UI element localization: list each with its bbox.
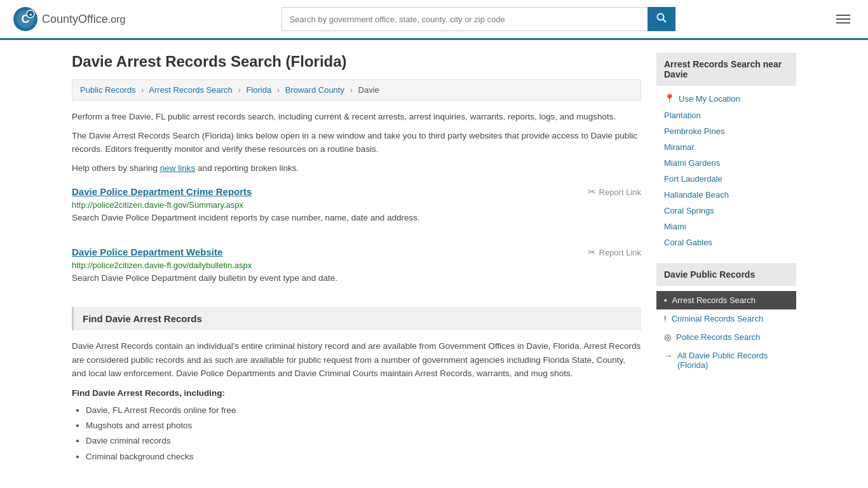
intro-paragraph-3: Help others by sharing new links and rep…	[72, 162, 641, 175]
all-records-arrow: →	[664, 351, 672, 360]
use-my-location[interactable]: 📍 Use My Location	[656, 90, 796, 107]
sidebar-city-coral-springs[interactable]: Coral Springs	[656, 203, 796, 219]
resource-item-1: Davie Police Department Crime Reports ✂ …	[72, 186, 641, 229]
find-records-heading: Find Davie Arrest Records	[72, 307, 641, 330]
all-records-link[interactable]: → All Davie Public Records (Florida)	[656, 346, 796, 374]
report-icon-2: ✂	[588, 247, 596, 258]
search-button[interactable]	[648, 7, 675, 31]
resource-url-1[interactable]: http://police2citizen.davie-fl.gov/Summa…	[72, 200, 641, 210]
body-text: Davie Arrest Records contain an individu…	[72, 339, 641, 381]
sidebar-city-plantation[interactable]: Plantation	[656, 107, 796, 123]
resource-item-2: Davie Police Department Website ✂ Report…	[72, 247, 641, 289]
sidebar-city-coral-gables[interactable]: Coral Gables	[656, 234, 796, 250]
sidebar-city-hallandale-beach[interactable]: Hallandale Beach	[656, 187, 796, 203]
sidebar-public-records-title: Davie Public Records	[656, 263, 796, 286]
logo-text: CountyOffice.org	[42, 13, 125, 26]
new-links-link[interactable]: new links	[160, 163, 196, 173]
arrest-records-icon: ▪	[664, 295, 667, 305]
logo-icon: C ✦	[13, 6, 38, 32]
logo[interactable]: C ✦ CountyOffice.org	[13, 6, 125, 32]
breadcrumb-arrest-records-search[interactable]: Arrest Records Search	[149, 85, 233, 95]
page-title: Davie Arrest Records Search (Florida)	[72, 53, 641, 71]
criminal-records-icon: !	[664, 314, 667, 323]
search-input[interactable]	[281, 7, 648, 31]
intro-paragraph-2: The Davie Arrest Records Search (Florida…	[72, 130, 641, 156]
arrest-records-link[interactable]: Arrest Records Search	[672, 295, 756, 305]
svg-line-6	[663, 20, 666, 23]
breadcrumb-broward-county[interactable]: Broward County	[285, 85, 344, 95]
intro-paragraph-1: Perform a free Davie, FL public arrest r…	[72, 111, 641, 123]
breadcrumb-davie: Davie	[358, 85, 379, 95]
site-header: C ✦ CountyOffice.org	[0, 0, 868, 40]
police-records-link[interactable]: Police Records Search	[676, 332, 760, 342]
find-heading: Find Davie Arrest Records, including:	[72, 388, 641, 398]
list-item: Davie, FL Arrest Records online for free	[86, 403, 641, 418]
list-item: Criminal background checks	[86, 449, 641, 464]
menu-line	[836, 15, 850, 16]
sidebar-city-miami-gardens[interactable]: Miami Gardens	[656, 155, 796, 171]
sidebar-item-criminal-records[interactable]: ! Criminal Records Search	[656, 309, 796, 328]
main-container: Davie Arrest Records Search (Florida) Pu…	[59, 40, 809, 477]
sidebar-city-miramar[interactable]: Miramar	[656, 139, 796, 155]
search-bar	[281, 7, 675, 31]
police-records-icon: ◎	[664, 332, 671, 342]
sidebar-nearby-title: Arrest Records Search near Davie	[656, 53, 796, 86]
criminal-records-link[interactable]: Criminal Records Search	[672, 314, 764, 323]
resource-desc-1: Search Davie Police Department incident …	[72, 213, 420, 222]
sidebar: Arrest Records Search near Davie 📍 Use M…	[656, 53, 796, 464]
menu-button[interactable]	[831, 12, 855, 26]
sidebar-item-arrest-records[interactable]: ▪ Arrest Records Search	[656, 291, 796, 309]
breadcrumb-public-records[interactable]: Public Records	[80, 85, 135, 95]
sidebar-public-records: Davie Public Records ▪ Arrest Records Se…	[656, 263, 796, 374]
resource-desc-2: Search Davie Police Department daily bul…	[72, 273, 337, 283]
sidebar-item-police-records[interactable]: ◎ Police Records Search	[656, 328, 796, 346]
resource-title-1[interactable]: Davie Police Department Crime Reports	[72, 186, 252, 197]
resource-header-1: Davie Police Department Crime Reports ✂ …	[72, 186, 641, 198]
search-icon	[656, 13, 667, 23]
svg-text:✦: ✦	[29, 12, 33, 18]
report-link-1[interactable]: ✂ Report Link	[588, 186, 641, 198]
resource-header-2: Davie Police Department Website ✂ Report…	[72, 247, 641, 258]
svg-point-5	[657, 14, 663, 20]
menu-line	[836, 18, 850, 20]
list-item: Mugshots and arrest photos	[86, 418, 641, 433]
sidebar-city-pembroke-pines[interactable]: Pembroke Pines	[656, 123, 796, 139]
intro-section: Perform a free Davie, FL public arrest r…	[72, 111, 641, 175]
all-records-anchor[interactable]: All Davie Public Records (Florida)	[677, 351, 789, 370]
location-icon: 📍	[664, 93, 675, 104]
breadcrumb-florida[interactable]: Florida	[246, 85, 271, 95]
sidebar-city-fort-lauderdale[interactable]: Fort Lauderdale	[656, 171, 796, 187]
sidebar-city-miami[interactable]: Miami	[656, 219, 796, 234]
resource-url-2[interactable]: http://police2citizen.davie-fl.gov/daily…	[72, 261, 641, 270]
bullet-list: Davie, FL Arrest Records online for free…	[72, 403, 641, 464]
report-link-2[interactable]: ✂ Report Link	[588, 247, 641, 258]
report-icon-1: ✂	[588, 186, 596, 198]
list-item: Davie criminal records	[86, 433, 641, 449]
resource-title-2[interactable]: Davie Police Department Website	[72, 247, 222, 257]
main-content: Davie Arrest Records Search (Florida) Pu…	[72, 53, 641, 464]
breadcrumb: Public Records › Arrest Records Search ›…	[72, 79, 641, 100]
menu-line	[836, 22, 850, 24]
